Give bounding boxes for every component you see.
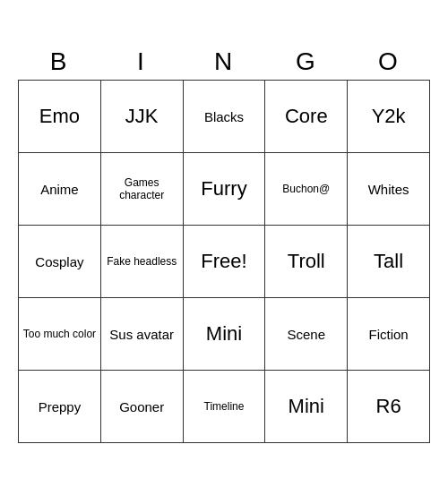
cell-text: Blacks [187, 84, 262, 149]
cell-text: Core [269, 84, 343, 149]
cell-text: Troll [269, 229, 343, 294]
bingo-row: Too much colorSus avatarMiniSceneFiction [19, 298, 429, 371]
bingo-cell: Too much color [19, 298, 101, 370]
header-letter: I [100, 44, 183, 80]
cell-text: JJK [105, 84, 179, 149]
bingo-grid: EmoJJKBlacksCoreY2kAnimeGames characterF… [18, 80, 430, 443]
bingo-cell: Cosplay [19, 226, 101, 297]
cell-text: Tall [351, 229, 426, 294]
cell-text: Fiction [351, 302, 426, 366]
cell-text: Cosplay [22, 229, 97, 294]
bingo-cell: Furry [184, 153, 266, 225]
cell-text: Gooner [105, 374, 179, 439]
cell-text: Free! [187, 229, 262, 294]
cell-text: Anime [22, 157, 97, 221]
cell-text: Emo [22, 84, 97, 149]
bingo-cell: Free! [184, 226, 266, 297]
cell-text: Scene [269, 302, 343, 366]
header-letter: O [348, 44, 430, 80]
cell-text: Fake headless [105, 229, 179, 294]
cell-text: Furry [187, 157, 262, 221]
bingo-cell: Troll [265, 226, 348, 297]
bingo-cell: Whites [348, 153, 429, 225]
bingo-row: CosplayFake headlessFree!TrollTall [19, 226, 429, 298]
bingo-row: PreppyGoonerTimelineMiniR6 [19, 371, 429, 442]
header-letter: B [18, 44, 100, 80]
bingo-cell: Timeline [184, 371, 266, 442]
header-letter: N [183, 44, 265, 80]
bingo-cell: JJK [101, 81, 184, 152]
bingo-cell: Fiction [348, 298, 429, 370]
bingo-cell: Mini [265, 371, 348, 442]
cell-text: Mini [269, 374, 343, 439]
bingo-row: EmoJJKBlacksCoreY2k [19, 81, 429, 153]
cell-text: Mini [187, 302, 262, 366]
cell-text: Too much color [22, 302, 97, 366]
bingo-row: AnimeGames characterFurryBuchon@Whites [19, 153, 429, 226]
bingo-cell: R6 [348, 371, 429, 442]
bingo-cell: Scene [265, 298, 348, 370]
cell-text: Sus avatar [105, 302, 179, 366]
cell-text: Timeline [187, 374, 262, 439]
cell-text: Games character [105, 157, 179, 221]
bingo-cell: Y2k [348, 81, 429, 152]
cell-text: Whites [351, 157, 426, 221]
bingo-cell: Blacks [184, 81, 266, 152]
bingo-cell: Core [265, 81, 348, 152]
bingo-header: BINGO [18, 44, 430, 80]
header-letter: G [265, 44, 348, 80]
bingo-cell: Gooner [101, 371, 184, 442]
bingo-cell: Tall [348, 226, 429, 297]
cell-text: Preppy [22, 374, 97, 439]
bingo-cell: Anime [19, 153, 101, 225]
bingo-cell: Fake headless [101, 226, 184, 297]
bingo-cell: Preppy [19, 371, 101, 442]
bingo-cell: Mini [184, 298, 266, 370]
cell-text: Buchon@ [269, 157, 343, 221]
bingo-cell: Sus avatar [101, 298, 184, 370]
bingo-cell: Emo [19, 81, 101, 152]
cell-text: Y2k [351, 84, 426, 149]
cell-text: R6 [351, 374, 426, 439]
bingo-cell: Buchon@ [265, 153, 348, 225]
bingo-cell: Games character [101, 153, 184, 225]
